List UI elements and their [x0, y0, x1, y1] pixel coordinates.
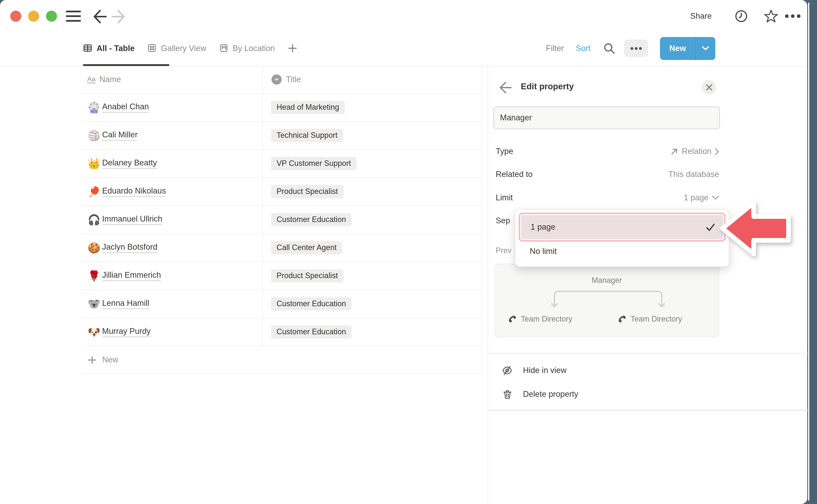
name-cell[interactable]: 🐶Murray Purdy	[81, 318, 262, 346]
field-label: Related to	[496, 170, 533, 179]
select-tag: Customer Education	[271, 297, 351, 310]
table-actions: Filter Sort New	[546, 31, 715, 66]
action-label: Hide in view	[523, 366, 567, 375]
action-label: Delete property	[523, 390, 578, 399]
dropdown-option-no-limit[interactable]: No limit	[530, 245, 557, 257]
delete-property-button[interactable]: Delete property	[488, 386, 726, 402]
background-window-edge	[808, 3, 809, 501]
preview-child: Team Directory	[618, 314, 682, 324]
tab-by-location[interactable]: By Location	[219, 43, 275, 53]
limit-dropdown: 1 page No limit	[515, 210, 729, 267]
option-label: 1 page	[531, 222, 555, 232]
tab-label: Gallery View	[161, 44, 206, 53]
tab-label: All - Table	[97, 44, 135, 53]
hide-in-view-button[interactable]: Hide in view	[488, 362, 726, 379]
preview-child: Team Directory	[508, 314, 572, 324]
field-row-type[interactable]: Type Relation	[496, 145, 719, 157]
text-property-icon: Aa	[87, 75, 95, 84]
new-button-group: New	[660, 37, 715, 60]
panel-back-icon[interactable]	[498, 81, 512, 94]
preview-connector	[553, 288, 663, 308]
search-icon[interactable]	[603, 42, 615, 54]
divider	[488, 410, 808, 411]
title-cell[interactable]: Technical Support	[262, 122, 481, 149]
tab-gallery-view[interactable]: Gallery View	[147, 43, 206, 53]
preview-root-label: Manager	[495, 276, 719, 285]
field-value: This database	[668, 170, 719, 179]
table-row: 👑Delaney Beatty VP Customer Support	[81, 150, 481, 178]
title-cell[interactable]: Head of Marketing	[262, 94, 481, 121]
new-button[interactable]: New	[660, 37, 696, 60]
view-tabs: All - Table Gallery View By Location	[83, 31, 297, 66]
page-link[interactable]: Anabel Chan	[102, 102, 149, 113]
view-options-button[interactable]	[624, 40, 648, 57]
table-row: 🏐Cali Miller Technical Support	[81, 122, 481, 150]
name-cell[interactable]: 🌹Jillian Emmerich	[81, 262, 262, 290]
select-tag: VP Customer Support	[271, 157, 356, 170]
title-cell[interactable]: Product Specialist	[262, 178, 481, 205]
page-link[interactable]: Jillian Emmerich	[102, 271, 161, 281]
table-row: 🎡Anabel Chan Head of Marketing	[81, 94, 481, 122]
select-tag: Customer Education	[271, 213, 351, 226]
eye-off-icon	[501, 365, 514, 376]
title-cell[interactable]: Call Center Agent	[262, 234, 481, 262]
filter-button[interactable]: Filter	[546, 44, 564, 53]
check-icon	[706, 223, 715, 231]
name-cell[interactable]: 🐨Lenna Hamill	[81, 290, 262, 318]
property-name-input[interactable]	[493, 106, 720, 129]
title-cell[interactable]: VP Customer Support	[262, 150, 481, 177]
divider	[488, 353, 808, 354]
tab-label: By Location	[232, 44, 275, 53]
select-tag: Technical Support	[271, 129, 343, 142]
name-cell[interactable]: 🎡Anabel Chan	[81, 94, 262, 121]
name-cell[interactable]: 🎧Immanuel Ullrich	[81, 206, 262, 233]
page-link[interactable]: Cali Miller	[102, 130, 138, 141]
app-window: Share All - Table	[0, 0, 807, 504]
select-property-icon	[271, 74, 282, 85]
dropdown-option-1-page[interactable]: 1 page	[519, 213, 726, 242]
field-row-related-to[interactable]: Related to This database	[496, 168, 719, 180]
page-link[interactable]: Delaney Beatty	[102, 158, 157, 169]
select-tag: Head of Marketing	[271, 101, 345, 114]
column-header-name[interactable]: Aa Name	[81, 66, 262, 93]
field-label: Type	[496, 147, 513, 156]
page-link[interactable]: Eduardo Nikolaus	[102, 186, 166, 197]
name-cell[interactable]: 👑Delaney Beatty	[81, 150, 262, 177]
column-label: Title	[286, 75, 301, 84]
relation-preview-card: Manager Team Directory Team Directory	[495, 264, 719, 337]
table-row: 🐶Murray Purdy Customer Education	[81, 318, 481, 346]
field-label: Limit	[496, 193, 513, 202]
name-cell[interactable]: 🍪Jaclyn Botsford	[81, 234, 262, 262]
page-emoji: 👑	[88, 158, 102, 169]
title-cell[interactable]: Customer Education	[262, 318, 481, 346]
title-cell[interactable]: Customer Education	[262, 206, 481, 233]
page-link[interactable]: Immanuel Ullrich	[102, 214, 162, 225]
tab-all-table[interactable]: All - Table	[83, 43, 135, 53]
add-view-button[interactable]	[288, 43, 297, 53]
field-value: Relation	[670, 147, 719, 156]
page-emoji: 🌹	[88, 270, 102, 282]
column-header-title[interactable]: Title	[262, 66, 481, 93]
close-icon[interactable]	[702, 80, 716, 94]
table-body: 🎡Anabel Chan Head of Marketing 🏐Cali Mil…	[81, 94, 481, 346]
page-emoji: 🏐	[88, 130, 102, 141]
new-button-dropdown[interactable]	[696, 37, 715, 60]
field-row-limit[interactable]: Limit 1 page	[496, 192, 719, 204]
plus-icon	[88, 355, 97, 364]
select-tag: Call Center Agent	[271, 241, 342, 254]
page-link[interactable]: Murray Purdy	[102, 327, 151, 337]
title-cell[interactable]: Customer Education	[262, 290, 481, 318]
field-value: 1 page	[684, 193, 709, 202]
board-view-icon	[219, 43, 229, 53]
page-emoji: 🎧	[88, 214, 102, 226]
sort-button[interactable]: Sort	[576, 44, 591, 53]
new-row-button[interactable]: New	[81, 346, 481, 374]
name-cell[interactable]: 🏓Eduardo Nikolaus	[81, 178, 262, 205]
table-row: 🌹Jillian Emmerich Product Specialist	[81, 262, 481, 290]
select-tag: Customer Education	[271, 325, 351, 339]
name-cell[interactable]: 🏐Cali Miller	[81, 122, 262, 149]
title-cell[interactable]: Product Specialist	[262, 262, 481, 290]
page-link[interactable]: Jaclyn Botsford	[102, 242, 157, 253]
table-right-border	[481, 66, 482, 374]
page-link[interactable]: Lenna Hamill	[102, 299, 149, 309]
